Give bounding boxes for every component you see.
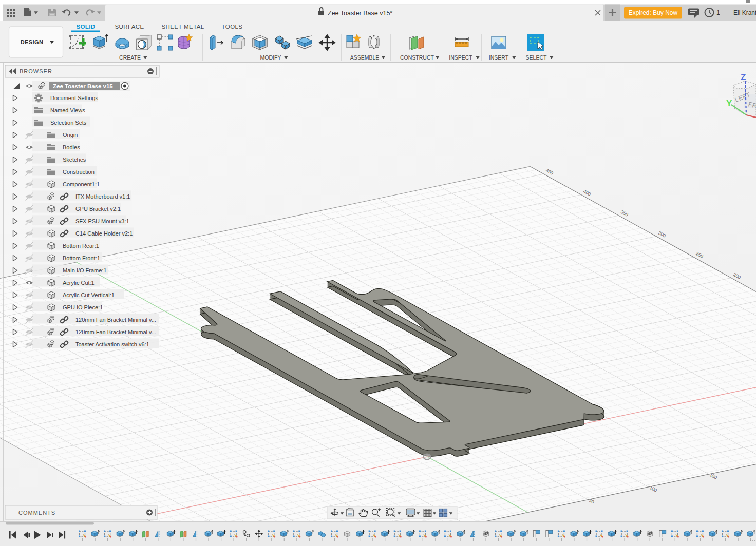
svg-text:COMMENTS: COMMENTS: [18, 510, 55, 516]
svg-text:Zee Toaster Base v15: Zee Toaster Base v15: [53, 83, 113, 89]
svg-text:SELECT: SELECT: [526, 54, 547, 61]
svg-text:Bottom Rear:1: Bottom Rear:1: [63, 243, 99, 249]
svg-text:Document Settings: Document Settings: [50, 95, 98, 101]
svg-text:SOLID: SOLID: [76, 24, 95, 30]
svg-text:Bottom Front:1: Bottom Front:1: [63, 255, 100, 261]
svg-text:CONSTRUCT: CONSTRUCT: [400, 54, 434, 61]
svg-text:Toaster Activation switch v6:1: Toaster Activation switch v6:1: [75, 341, 149, 347]
svg-text:SHEET METAL: SHEET METAL: [161, 24, 204, 30]
svg-text:Zee Toaster Base v15*: Zee Toaster Base v15*: [328, 10, 392, 17]
svg-text:Main I/O Frame:1: Main I/O Frame:1: [63, 267, 107, 274]
svg-text:Bodies: Bodies: [63, 144, 80, 150]
svg-text:INSERT: INSERT: [489, 54, 509, 61]
svg-text:Acrylic Cut Vertical:1: Acrylic Cut Vertical:1: [63, 292, 115, 298]
svg-text:Selection Sets: Selection Sets: [50, 120, 87, 126]
svg-text:C14 Cable Holder v2:1: C14 Cable Holder v2:1: [75, 230, 133, 237]
svg-text:MODIFY: MODIFY: [260, 54, 281, 61]
svg-text:Construction: Construction: [63, 169, 94, 175]
svg-text:120mm Fan Bracket Minimal v...: 120mm Fan Bracket Minimal v...: [75, 317, 156, 323]
svg-text:GPU IO Piece:1: GPU IO Piece:1: [63, 304, 103, 310]
svg-text:INSPECT: INSPECT: [449, 54, 472, 61]
svg-text:Eli Krantza: Eli Krantza: [733, 9, 756, 16]
svg-text:BROWSER: BROWSER: [20, 68, 52, 74]
svg-text:DESIGN: DESIGN: [21, 39, 44, 45]
svg-text:Origin: Origin: [63, 132, 78, 138]
svg-text:Acrylic Cut:1: Acrylic Cut:1: [63, 280, 94, 286]
svg-text:TOOLS: TOOLS: [222, 24, 243, 30]
svg-text:ASSEMBLE: ASSEMBLE: [350, 54, 380, 61]
svg-text:Expired: Buy Now: Expired: Buy Now: [629, 9, 678, 16]
svg-text:ITX Motherboard v1:1: ITX Motherboard v1:1: [75, 193, 130, 200]
svg-text:Sketches: Sketches: [63, 157, 86, 163]
svg-text:Component1:1: Component1:1: [63, 181, 100, 187]
svg-text:Z: Z: [741, 72, 746, 82]
svg-text:SFX PSU Mount v3:1: SFX PSU Mount v3:1: [75, 218, 129, 224]
svg-text:GPU Bracket v2:1: GPU Bracket v2:1: [75, 206, 121, 212]
svg-text:1: 1: [716, 9, 720, 16]
svg-text:Named Views: Named Views: [50, 107, 85, 113]
svg-text:SURFACE: SURFACE: [115, 24, 144, 30]
svg-text:Y: Y: [726, 99, 732, 108]
svg-text:CREATE: CREATE: [119, 54, 141, 61]
svg-text:120mm Fan Bracket Minimal v...: 120mm Fan Bracket Minimal v...: [75, 329, 156, 335]
